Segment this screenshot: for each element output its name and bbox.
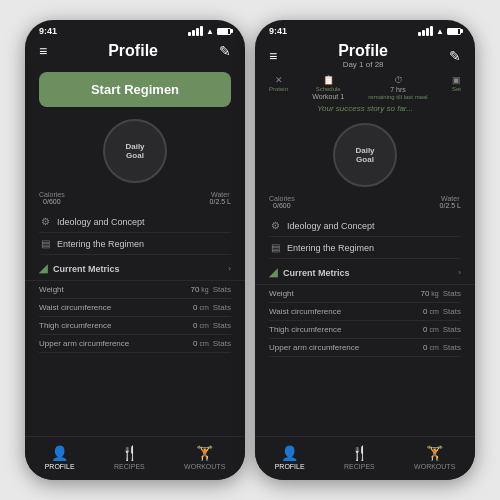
metrics-section-header-right[interactable]: ◢ Current Metrics › (255, 261, 475, 285)
header-right: ≡ Profile Day 1 of 28 ✎ (255, 38, 475, 75)
stats-waist-left[interactable]: Stats (213, 303, 231, 312)
stats-thigh-right[interactable]: Stats (443, 325, 461, 334)
battery-icon-right (447, 28, 461, 35)
regimen-icon-left: ▤ (39, 238, 51, 249)
macro-water-left: Water 0/2.5 L (210, 191, 231, 205)
list-item-ideology-right[interactable]: ⚙ Ideology and Concept (269, 215, 461, 237)
info-workout: 📋 Schedule Workout 1 (312, 75, 344, 100)
signal-bar-4 (200, 26, 203, 36)
list-item-regimen-left[interactable]: ▤ Entering the Regimen (39, 233, 231, 255)
nav-workouts-left[interactable]: 🏋 WORKOUTS (184, 445, 225, 470)
signal-bar-3 (196, 28, 199, 36)
protein-icon: ✕ (275, 75, 283, 85)
metric-thigh-left: Thigh circumference 0 cm Stats (39, 317, 231, 335)
status-icons-right: ▲ (418, 26, 461, 36)
page-title-left: Profile (108, 42, 158, 60)
nav-profile-right[interactable]: 👤 PROFILE (275, 445, 305, 470)
signal-bar-r3 (426, 28, 429, 36)
metric-thigh-right: Thigh circumference 0 cm Stats (269, 321, 461, 339)
ideology-icon-right: ⚙ (269, 220, 281, 231)
workout-icon: 📋 (323, 75, 334, 85)
screens-container: 9:41 ▲ ≡ Profile ✎ Start Regimen (25, 20, 475, 480)
ideology-icon-left: ⚙ (39, 216, 51, 227)
page-subtitle-right: Day 1 of 28 (338, 60, 388, 69)
profile-icon-left: 👤 (51, 445, 68, 461)
signal-bar-r1 (418, 32, 421, 36)
macros-row-right: Calories 0/600 Water 0/2.5 L (255, 191, 475, 213)
page-title-right: Profile (338, 42, 388, 60)
wifi-icon-right: ▲ (436, 27, 444, 36)
metric-arm-left: Upper arm circumference 0 cm Stats (39, 335, 231, 353)
signal-bar-1 (188, 32, 191, 36)
list-section-right: ⚙ Ideology and Concept ▤ Entering the Re… (255, 213, 475, 261)
macro-water-right: Water 0/2.5 L (440, 195, 461, 209)
set-icon: ▣ (452, 75, 461, 85)
metrics-table-left: Weight 70 kg Stats Waist circumference 0… (25, 281, 245, 353)
signal-bar-2 (192, 30, 195, 36)
workouts-nav-icon-right: 🏋 (426, 445, 443, 461)
menu-icon-right[interactable]: ≡ (269, 48, 277, 64)
macros-row-left: Calories 0/600 Water 0/2.5 L (25, 187, 245, 209)
stats-thigh-left[interactable]: Stats (213, 321, 231, 330)
metrics-table-right: Weight 70 kg Stats Waist circumference 0… (255, 285, 475, 357)
section-arrow-left: › (228, 264, 231, 273)
stats-weight-right[interactable]: Stats (443, 289, 461, 298)
recipes-icon-left: 🍴 (121, 445, 138, 461)
metric-arm-right: Upper arm circumference 0 cm Stats (269, 339, 461, 357)
metrics-icon-right: ◢ (269, 266, 277, 279)
nav-recipes-left[interactable]: 🍴 RECIPES (114, 445, 145, 470)
info-protein: ✕ Protein (269, 75, 288, 100)
recipes-nav-icon-right: 🍴 (351, 445, 368, 461)
nav-workouts-right[interactable]: 🏋 WORKOUTS (414, 445, 455, 470)
time-left: 9:41 (39, 26, 57, 36)
start-regimen-button[interactable]: Start Regimen (39, 72, 231, 107)
profile-nav-icon-right: 👤 (281, 445, 298, 461)
phone-right: 9:41 ▲ ≡ Profile Day 1 of 28 ✎ (255, 20, 475, 480)
daily-goal-section-left: Daily Goal (25, 113, 245, 187)
bottom-nav-left: 👤 PROFILE 🍴 RECIPES 🏋 WORKOUTS (25, 436, 245, 480)
list-item-ideology-left[interactable]: ⚙ Ideology and Concept (39, 211, 231, 233)
stats-weight-left[interactable]: Stats (213, 285, 231, 294)
status-bar-right: 9:41 ▲ (255, 20, 475, 38)
daily-goal-circle-left: Daily Goal (103, 119, 167, 183)
daily-goal-circle-right: Daily Goal (333, 123, 397, 187)
status-icons-left: ▲ (188, 26, 231, 36)
info-time: ⏱ 7 hrs remaining till last meal (368, 75, 427, 100)
metric-waist-left: Waist circumference 0 cm Stats (39, 299, 231, 317)
edit-icon-right[interactable]: ✎ (449, 48, 461, 64)
stats-arm-right[interactable]: Stats (443, 343, 461, 352)
success-text: Your success story so far... (255, 104, 475, 117)
info-set: ▣ Set (452, 75, 461, 100)
phone-left: 9:41 ▲ ≡ Profile ✎ Start Regimen (25, 20, 245, 480)
macro-calories-right: Calories 0/600 (269, 195, 295, 209)
daily-goal-section-right: Daily Goal (255, 117, 475, 191)
header-left: ≡ Profile ✎ (25, 38, 245, 66)
info-bar-right: ✕ Protein 📋 Schedule Workout 1 ⏱ 7 hrs r… (255, 75, 475, 104)
nav-profile-left[interactable]: 👤 PROFILE (45, 445, 75, 470)
section-arrow-right: › (458, 268, 461, 277)
stats-arm-left[interactable]: Stats (213, 339, 231, 348)
list-item-regimen-right[interactable]: ▤ Entering the Regimen (269, 237, 461, 259)
battery-icon (217, 28, 231, 35)
time-icon: ⏱ (394, 75, 403, 85)
signal-bar-r4 (430, 26, 433, 36)
menu-icon-left[interactable]: ≡ (39, 43, 47, 59)
workouts-icon-left: 🏋 (196, 445, 213, 461)
stats-waist-right[interactable]: Stats (443, 307, 461, 316)
time-right: 9:41 (269, 26, 287, 36)
metrics-section-header-left[interactable]: ◢ Current Metrics › (25, 257, 245, 281)
wifi-icon: ▲ (206, 27, 214, 36)
metrics-icon-left: ◢ (39, 262, 47, 275)
list-section-left: ⚙ Ideology and Concept ▤ Entering the Re… (25, 209, 245, 257)
macro-calories-left: Calories 0/600 (39, 191, 65, 205)
metric-waist-right: Waist circumference 0 cm Stats (269, 303, 461, 321)
edit-icon-left[interactable]: ✎ (219, 43, 231, 59)
status-bar-left: 9:41 ▲ (25, 20, 245, 38)
signal-bar-r2 (422, 30, 425, 36)
metric-weight-right: Weight 70 kg Stats (269, 285, 461, 303)
bottom-nav-right: 👤 PROFILE 🍴 RECIPES 🏋 WORKOUTS (255, 436, 475, 480)
nav-recipes-right[interactable]: 🍴 RECIPES (344, 445, 375, 470)
regimen-icon-right: ▤ (269, 242, 281, 253)
metric-weight-left: Weight 70 kg Stats (39, 281, 231, 299)
